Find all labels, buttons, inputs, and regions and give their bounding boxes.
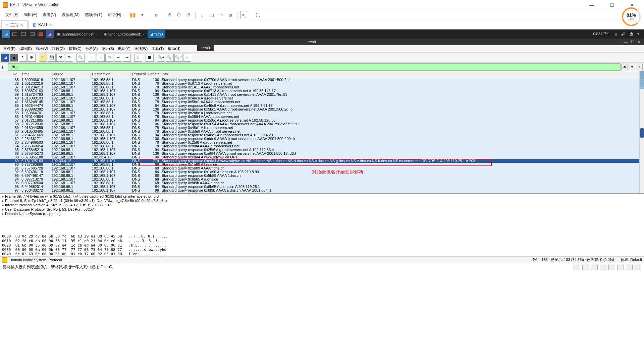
reload-icon[interactable]: ⟳: [65, 54, 73, 62]
ws-menu-analyze[interactable]: 分析(A): [84, 46, 100, 51]
col-header-protocol[interactable]: Protocol: [131, 71, 147, 78]
packet-row[interactable]: 976.950408272192.168.88.1192.168.1.107DN…: [0, 189, 644, 192]
restart-capture-icon[interactable]: ↻: [19, 54, 27, 62]
packet-row[interactable]: 886.373955188192.168.1.107192.33.4.12DNS…: [0, 155, 644, 159]
ws-menu-file[interactable]: 文件(F): [1, 46, 17, 51]
detail-udp[interactable]: User Datagram Protocol, Src Port: 53, Ds…: [2, 207, 642, 212]
go-to-icon[interactable]: ↷: [105, 54, 113, 62]
packet-row[interactable]: 906.757290698192.168.1.107192.168.88.1DN…: [0, 163, 644, 166]
device-net-icon[interactable]: [591, 265, 598, 270]
detail-ethernet[interactable]: Ethernet II, Src: Tp-LinkT_e3:29:a1 (30:…: [2, 199, 642, 203]
packet-list-body[interactable]: 对顶级域名开始发起解析 351.800936018192.168.1.10719…: [0, 78, 644, 193]
packet-row[interactable]: 956.897792604192.168.1.107192.168.88.1DN…: [0, 181, 644, 185]
tab-home[interactable]: ⌂ 主页 ✕: [1, 20, 28, 29]
packet-row[interactable]: 632.284986503192.168.1.107192.168.88.1DN…: [0, 141, 644, 144]
clock2-icon[interactable]: ⏱: [175, 11, 183, 19]
packet-row[interactable]: 612.284661669192.168.88.1192.168.1.107DN…: [0, 133, 644, 137]
col-header-destination[interactable]: Destination: [91, 71, 131, 78]
go-forward-icon[interactable]: →: [97, 54, 105, 62]
menu-help[interactable]: 帮助(H): [105, 12, 124, 18]
display-filter-input[interactable]: [8, 63, 621, 71]
ws-menu-stats[interactable]: 统计(S): [100, 46, 116, 51]
maximize-button[interactable]: ☐: [630, 40, 635, 44]
packet-row[interactable]: 551.969864701192.168.1.107192.168.88.1DN…: [0, 111, 644, 115]
layout1-icon[interactable]: ▯: [198, 11, 206, 19]
minimize-button[interactable]: —: [585, 2, 598, 8]
capture-options-icon[interactable]: ⚙: [28, 54, 36, 62]
snapshot-icon[interactable]: ⧉: [152, 11, 160, 19]
packet-row[interactable]: 662.375845273192.168.88.1192.168.1.107DN…: [0, 152, 644, 155]
layout3-icon[interactable]: ▭: [217, 11, 225, 19]
packet-row[interactable]: 582.017212030192.168.88.1192.168.1.107DN…: [0, 122, 644, 126]
fullscreen-icon[interactable]: ⛶: [254, 11, 262, 19]
stop-capture-icon[interactable]: ■: [10, 54, 18, 62]
packet-bytes-pane[interactable]: 0000 00 0c 29 c7 8e 5b 30 fc 68 e3 29 a1…: [0, 233, 644, 256]
power-icon[interactable]: ⏻: [630, 32, 633, 36]
go-back-icon[interactable]: ←: [88, 54, 96, 62]
packet-row[interactable]: 946.897713279192.168.1.107192.168.88.1DN…: [0, 178, 644, 181]
packet-row[interactable]: 592.018044059192.168.1.107192.168.88.1DN…: [0, 126, 644, 130]
kali-menu-icon[interactable]: ◢: [2, 30, 10, 38]
packet-row[interactable]: 381.808874163192.168.88.1192.168.1.107DN…: [0, 89, 644, 93]
filter-apply-icon[interactable]: ▾: [629, 64, 635, 70]
packet-scrollbar[interactable]: [639, 71, 644, 193]
expert-info-icon[interactable]: [2, 257, 7, 263]
layout2-icon[interactable]: ▯▯: [208, 11, 216, 19]
colorize-icon[interactable]: ▦: [146, 54, 154, 62]
close-icon[interactable]: ✕: [20, 23, 23, 27]
packet-row[interactable]: 401.816090193192.168.1.107192.168.88.1DN…: [0, 96, 644, 100]
ws-menu-view[interactable]: 视图(V): [34, 46, 50, 51]
tab-kali[interactable]: ◧ KALI ✕: [28, 21, 56, 28]
packet-row[interactable]: 966.949852014192.168.88.1192.168.1.107DN…: [0, 185, 644, 189]
scrollbar-thumb[interactable]: [640, 128, 644, 138]
col-header-info[interactable]: Info: [160, 71, 644, 78]
device-usb-icon[interactable]: [600, 265, 606, 270]
zoom-reset-icon[interactable]: 🔍=: [174, 54, 182, 62]
clock1-icon[interactable]: ⏱: [166, 11, 174, 19]
packet-row[interactable]: 642.285060054192.168.1.107192.168.88.1DN…: [0, 144, 644, 148]
minimize-button[interactable]: —: [623, 40, 629, 44]
menu-tabs[interactable]: 选项卡(T): [82, 12, 105, 18]
detail-ip[interactable]: Internet Protocol Version 4, Src: 192.33…: [2, 203, 642, 207]
col-header-time[interactable]: Time: [20, 71, 50, 78]
packet-row[interactable]: 361.801232218192.168.1.107192.168.88.1DN…: [0, 82, 644, 85]
packet-row[interactable]: 622.284661711192.168.88.1192.168.1.107DN…: [0, 137, 644, 141]
menu-edit[interactable]: 编辑(E): [21, 12, 40, 18]
packet-row[interactable]: 572.017211885192.168.88.1192.168.1.107DN…: [0, 119, 644, 122]
console-icon[interactable]: >_: [240, 11, 248, 19]
close-icon[interactable]: ✕: [49, 23, 52, 27]
start-capture-icon[interactable]: ◢: [1, 54, 9, 62]
network-icon[interactable]: ▯: [615, 32, 617, 36]
packet-row[interactable]: 561.970144804192.168.1.107192.168.88.1DN…: [0, 115, 644, 119]
menu-vm[interactable]: 虚拟机(M): [59, 12, 82, 18]
device-more-icon[interactable]: [635, 265, 641, 270]
workspace-3[interactable]: [28, 30, 36, 38]
task-terminal-1[interactable]: ▣ tanghao@localhost: ~: [54, 30, 100, 38]
close-button[interactable]: ✕: [625, 2, 639, 8]
ws-menu-go[interactable]: 跳转(G): [50, 46, 67, 51]
col-header-length[interactable]: Length: [147, 71, 160, 78]
col-header-no[interactable]: No.: [0, 71, 20, 78]
ws-menu-telephony[interactable]: 电话(Y): [116, 46, 132, 51]
maximize-button[interactable]: ☐: [605, 2, 619, 8]
go-first-icon[interactable]: ⇤: [114, 54, 122, 62]
zoom-out-icon[interactable]: 🔍-: [166, 54, 174, 62]
ws-menu-edit[interactable]: 编辑(E): [17, 46, 34, 51]
clock3-icon[interactable]: ⏱: [184, 11, 193, 19]
packet-row[interactable]: 351.800936018192.168.1.107192.168.88.1DN…: [0, 78, 644, 82]
packet-details-pane[interactable]: Frame 89: 774 bytes on wire (6192 bits),…: [0, 193, 644, 233]
packet-row[interactable]: 391.815724783192.168.88.1192.168.1.107DN…: [0, 93, 644, 96]
packet-row[interactable]: 896.751925163192.33.4.12192.168.1.107DNS…: [0, 159, 644, 163]
packet-row[interactable]: 531.962544474192.168.88.1192.168.1.107DN…: [0, 104, 644, 108]
go-last-icon[interactable]: ⇥: [123, 54, 131, 62]
dropdown-icon[interactable]: ▾: [138, 11, 146, 19]
app-launcher-icon[interactable]: ◢: [46, 30, 54, 38]
find-icon[interactable]: 🔍: [76, 54, 85, 62]
task-wireshark[interactable]: ◢ *eth0: [148, 30, 166, 38]
menu-view[interactable]: 查看(V): [40, 12, 59, 18]
detail-dns[interactable]: Domain Name System (response): [2, 212, 642, 216]
task-terminal-2[interactable]: ▣ tanghao@localhost: ~: [101, 30, 147, 38]
col-header-source[interactable]: Source: [50, 71, 91, 78]
ws-menu-wireless[interactable]: 无线(W): [132, 46, 150, 51]
device-sound-icon[interactable]: [608, 265, 615, 270]
